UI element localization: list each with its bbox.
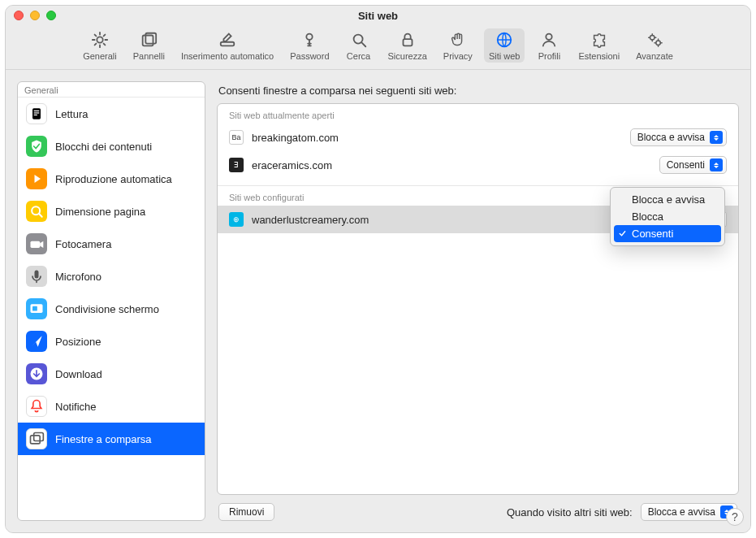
sidebar-item-screen[interactable]: Condivisione schermo bbox=[18, 293, 205, 325]
svg-rect-13 bbox=[34, 112, 40, 113]
site-name: wanderlustcreamery.com bbox=[252, 214, 651, 226]
help-button[interactable]: ? bbox=[726, 508, 744, 526]
chevron-updown-icon bbox=[710, 131, 723, 144]
svg-rect-14 bbox=[34, 115, 37, 115]
svg-rect-6 bbox=[403, 39, 412, 46]
svg-rect-12 bbox=[34, 111, 40, 111]
toolbar-gear[interactable]: Generali bbox=[78, 28, 122, 63]
dropdown-option[interactable]: Consenti bbox=[614, 225, 721, 242]
sidebar-item-play[interactable]: Riproduzione automatica bbox=[18, 163, 205, 195]
svg-rect-21 bbox=[32, 306, 37, 311]
reader-icon bbox=[26, 103, 47, 124]
svg-rect-17 bbox=[31, 241, 41, 248]
minimize-window-button[interactable] bbox=[30, 11, 40, 20]
sidebar-item-reader[interactable]: Lettura bbox=[18, 98, 205, 130]
toolbar-globe[interactable]: Siti web bbox=[484, 28, 525, 63]
toolbar-lock[interactable]: Sicurezza bbox=[383, 28, 432, 63]
site-policy-select[interactable]: Consenti bbox=[659, 156, 727, 174]
svg-point-10 bbox=[656, 41, 661, 45]
sidebar-item-label: Posizione bbox=[55, 336, 101, 348]
sidebar-item-download[interactable]: Download bbox=[18, 358, 205, 390]
gear-icon bbox=[90, 30, 110, 50]
sidebar-item-label: Lettura bbox=[55, 108, 88, 120]
sidebar-item-label: Finestre a comparsa bbox=[55, 433, 152, 445]
site-row[interactable]: Ǝeraceramics.comConsenti bbox=[218, 151, 738, 179]
toolbar-puzzle[interactable]: Estensioni bbox=[573, 28, 624, 63]
site-policy-select[interactable]: Blocca e avvisa bbox=[630, 128, 727, 146]
svg-rect-24 bbox=[34, 433, 44, 441]
sites-box: Siti web attualmente aperti Babreakingat… bbox=[217, 103, 739, 495]
site-name: eraceramics.com bbox=[252, 159, 651, 171]
chevron-updown-icon bbox=[710, 158, 723, 171]
toolbar-gears[interactable]: Avanzate bbox=[631, 28, 678, 63]
popup-option-menu[interactable]: Blocca e avvisaBloccaConsenti bbox=[610, 187, 725, 246]
site-row[interactable]: Babreakingatom.comBlocca e avvisa bbox=[218, 124, 738, 151]
sidebar-item-zoom[interactable]: Dimensione pagina bbox=[18, 195, 205, 228]
sidebar-item-bell[interactable]: Notifiche bbox=[18, 390, 205, 423]
hand-icon bbox=[448, 30, 468, 50]
site-policy-value: Consenti bbox=[667, 159, 705, 171]
svg-rect-3 bbox=[221, 42, 235, 46]
pencil-icon bbox=[218, 30, 237, 50]
svg-rect-19 bbox=[35, 271, 39, 279]
toolbar-key[interactable]: Password bbox=[285, 28, 334, 63]
footer: Rimuovi Quando visito altri siti web: Bl… bbox=[217, 495, 739, 521]
svg-rect-23 bbox=[31, 436, 41, 444]
toolbar-tabs[interactable]: Pannelli bbox=[128, 28, 170, 63]
remove-button-label: Rimuovi bbox=[229, 506, 264, 518]
screen-icon bbox=[26, 298, 47, 319]
titlebar: Siti web bbox=[6, 6, 750, 25]
shield-icon bbox=[26, 136, 47, 157]
dropdown-option-label: Blocca e avvisa bbox=[632, 193, 705, 206]
preferences-window: Siti web GeneraliPannelliInserimento aut… bbox=[5, 5, 751, 533]
sidebar-item-shield[interactable]: Blocchi dei contenuti bbox=[18, 130, 205, 163]
toolbar-person[interactable]: Profili bbox=[531, 28, 567, 63]
other-sites-select[interactable]: Blocca e avvisa bbox=[641, 503, 737, 521]
toolbar-label: Password bbox=[290, 51, 329, 61]
dropdown-option-label: Consenti bbox=[632, 228, 673, 240]
dropdown-option[interactable]: Blocca e avvisa bbox=[611, 191, 724, 208]
sidebar-item-label: Download bbox=[55, 368, 102, 380]
toolbar: GeneraliPannelliInserimento automaticoPa… bbox=[6, 25, 750, 70]
svg-point-8 bbox=[546, 34, 552, 40]
puzzle-icon bbox=[590, 30, 609, 50]
sidebar-header: Generali bbox=[18, 82, 205, 98]
sidebar-item-camera[interactable]: Fotocamera bbox=[18, 228, 205, 260]
sidebar-item-label: Microfono bbox=[55, 271, 102, 283]
main-heading: Consenti finestre a comparsa nei seguent… bbox=[217, 81, 739, 103]
sidebar-item-mic[interactable]: Microfono bbox=[18, 260, 205, 293]
sidebar-item-popup[interactable]: Finestre a comparsa bbox=[18, 423, 205, 455]
search-icon bbox=[349, 30, 369, 50]
toolbar-label: Pannelli bbox=[133, 51, 165, 61]
svg-rect-11 bbox=[32, 108, 41, 119]
checkmark-icon bbox=[617, 212, 627, 222]
sidebar-item-location[interactable]: Posizione bbox=[18, 325, 205, 358]
fullscreen-window-button[interactable] bbox=[46, 11, 56, 20]
toolbar-pencil[interactable]: Inserimento automatico bbox=[176, 28, 279, 63]
bell-icon bbox=[26, 396, 47, 417]
sidebar-item-label: Riproduzione automatica bbox=[55, 173, 172, 185]
toolbar-hand[interactable]: Privacy bbox=[438, 28, 477, 63]
toolbar-label: Privacy bbox=[443, 51, 473, 61]
checkmark-icon bbox=[617, 195, 627, 205]
svg-point-0 bbox=[97, 37, 102, 42]
zoom-icon bbox=[26, 201, 47, 222]
remove-button[interactable]: Rimuovi bbox=[218, 503, 274, 521]
toolbar-search[interactable]: Cerca bbox=[341, 28, 377, 63]
sidebar-item-label: Notifiche bbox=[55, 401, 97, 413]
close-window-button[interactable] bbox=[14, 11, 24, 20]
sidebar: Generali LetturaBlocchi dei contenutiRip… bbox=[17, 81, 205, 521]
lock-icon bbox=[398, 30, 417, 50]
checkmark-icon bbox=[617, 229, 627, 239]
favicon: ⊕ bbox=[229, 212, 244, 227]
sidebar-item-label: Blocchi dei contenuti bbox=[55, 141, 152, 153]
key-icon bbox=[300, 30, 319, 50]
svg-point-5 bbox=[353, 35, 362, 44]
location-icon bbox=[26, 331, 47, 352]
toolbar-label: Inserimento automatico bbox=[181, 51, 274, 61]
toolbar-label: Sicurezza bbox=[388, 51, 427, 61]
dropdown-option[interactable]: Blocca bbox=[611, 208, 724, 225]
tabs-icon bbox=[139, 30, 158, 50]
site-name: breakingatom.com bbox=[252, 132, 622, 144]
other-sites-value: Blocca e avvisa bbox=[648, 506, 715, 518]
